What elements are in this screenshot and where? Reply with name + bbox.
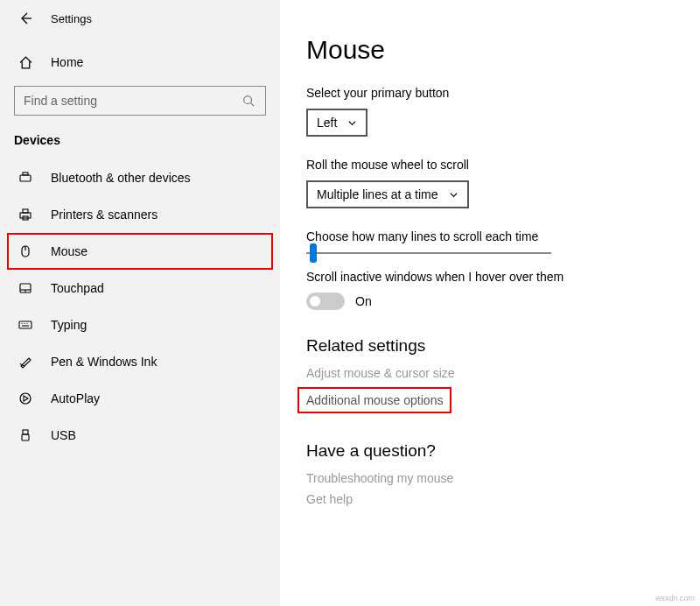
slider-thumb[interactable] (310, 243, 317, 263)
related-heading: Related settings (306, 336, 674, 356)
svg-point-13 (21, 323, 22, 324)
inactive-label: Scroll inactive windows when I hover ove… (306, 270, 674, 284)
inactive-toggle[interactable] (306, 292, 345, 310)
bluetooth-icon (18, 170, 33, 186)
sidebar-item-label: Pen & Windows Ink (51, 355, 157, 369)
search-placeholder: Find a setting (24, 94, 97, 108)
svg-point-16 (20, 393, 31, 404)
watermark: wsxdn.com (655, 594, 695, 602)
sidebar-item-label: Printers & scanners (51, 208, 158, 222)
svg-rect-11 (19, 321, 32, 328)
sidebar-item-touchpad[interactable]: Touchpad (0, 270, 280, 307)
home-nav[interactable]: Home (0, 46, 280, 79)
chevron-down-icon (449, 190, 458, 200)
svg-point-15 (26, 323, 27, 324)
svg-rect-18 (22, 434, 29, 440)
sidebar-item-label: USB (51, 428, 76, 442)
slider-track (306, 252, 551, 254)
printer-icon (18, 207, 33, 222)
link-adjust-cursor[interactable]: Adjust mouse & cursor size (306, 363, 674, 384)
sidebar-item-usb[interactable]: USB (0, 417, 280, 454)
search-input[interactable]: Find a setting (14, 86, 266, 116)
sidebar-item-label: Touchpad (51, 281, 104, 295)
sidebar-item-label: Typing (51, 318, 87, 332)
scroll-value: Multiple lines at a time (317, 187, 438, 201)
keyboard-icon (18, 317, 33, 333)
search-icon (241, 93, 256, 109)
link-troubleshooting[interactable]: Troubleshooting my mouse (306, 468, 674, 489)
sidebar-heading: Devices (0, 130, 280, 159)
autoplay-icon (18, 391, 33, 406)
link-additional-mouse-options[interactable]: Additional mouse options (299, 389, 450, 412)
home-icon (18, 54, 33, 70)
sidebar-item-printers[interactable]: Printers & scanners (0, 196, 280, 233)
touchpad-icon (18, 280, 33, 296)
sidebar-item-label: Mouse (51, 244, 88, 258)
window-title: Settings (51, 12, 92, 25)
inactive-value: On (355, 294, 372, 308)
sidebar-item-label: AutoPlay (51, 391, 100, 405)
sidebar-item-bluetooth[interactable]: Bluetooth & other devices (0, 159, 280, 196)
svg-rect-1 (20, 175, 31, 181)
primary-button-value: Left (317, 116, 337, 130)
chevron-down-icon (347, 118, 357, 128)
scroll-select[interactable]: Multiple lines at a time (306, 180, 469, 208)
sidebar-item-label: Bluetooth & other devices (51, 171, 191, 185)
toggle-knob (310, 296, 320, 307)
svg-point-0 (244, 96, 252, 104)
inactive-toggle-row: On (306, 292, 674, 310)
sidebar-item-mouse[interactable]: Mouse (7, 233, 273, 270)
svg-point-14 (24, 323, 24, 324)
svg-rect-4 (23, 209, 28, 213)
sidebar: Settings Home Find a setting Devices Blu… (0, 0, 280, 606)
sidebar-item-autoplay[interactable]: AutoPlay (0, 380, 280, 417)
svg-rect-17 (23, 430, 28, 434)
svg-rect-2 (23, 173, 28, 175)
home-label: Home (51, 55, 83, 69)
primary-button-select[interactable]: Left (306, 109, 368, 137)
lines-label: Choose how many lines to scroll each tim… (306, 229, 674, 243)
lines-slider[interactable] (306, 252, 551, 254)
main-content: Mouse Select your primary button Left Ro… (280, 0, 700, 606)
svg-rect-3 (20, 213, 31, 218)
usb-icon (18, 427, 33, 443)
link-get-help[interactable]: Get help (306, 489, 674, 510)
pen-icon (18, 354, 33, 370)
sidebar-item-pen[interactable]: Pen & Windows Ink (0, 343, 280, 380)
scroll-label: Roll the mouse wheel to scroll (306, 158, 674, 172)
primary-button-label: Select your primary button (306, 86, 674, 100)
back-icon[interactable] (18, 11, 33, 26)
question-heading: Have a question? (306, 441, 674, 461)
page-title: Mouse (306, 35, 674, 65)
mouse-icon (18, 243, 33, 259)
sidebar-item-typing[interactable]: Typing (0, 307, 280, 343)
header-row: Settings (0, 7, 280, 37)
